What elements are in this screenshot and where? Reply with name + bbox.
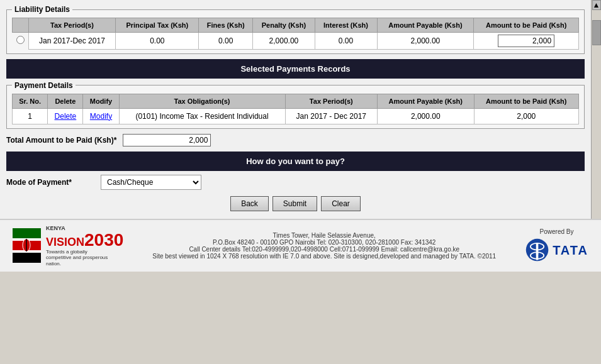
- mode-of-payment-select[interactable]: Cash/Cheque Bank Transfer Online Payment: [101, 175, 201, 190]
- footer: KENYA VISION 2030 Towards a globally com…: [0, 219, 601, 272]
- liability-details-legend: Liability Details: [12, 5, 72, 14]
- cell-fines: 0.00: [199, 33, 253, 50]
- cell-delete[interactable]: Delete: [48, 108, 83, 124]
- address-line1: Times Tower, Haile Selassie Avenue,: [136, 232, 512, 239]
- table-row: Jan 2017-Dec 2017 0.00 0.00 2,000.00 0.0…: [13, 33, 579, 50]
- total-label: Total Amount to be Paid (Ksh)*: [6, 136, 116, 145]
- col-modify: Modify: [83, 94, 119, 108]
- col-tax-period-pd: Tax Period(s): [285, 94, 378, 108]
- cell-tax-obligation: (0101) Income Tax - Resident Individual: [119, 108, 285, 124]
- clear-button[interactable]: Clear: [321, 196, 361, 211]
- col-amount-payable-pd: Amount Payable (Ksh): [378, 94, 474, 108]
- amount-to-be-paid-input[interactable]: [498, 35, 554, 47]
- col-fines: Fines (Ksh): [199, 18, 253, 33]
- vision-label: VISION: [46, 236, 84, 248]
- cell-sr-no: 1: [13, 108, 48, 124]
- powered-by-label: Powered By: [540, 228, 574, 235]
- site-note: Site best viewed in 1024 X 768 resolutio…: [136, 253, 512, 260]
- back-button[interactable]: Back: [230, 196, 269, 211]
- col-sr-no: Sr. No.: [13, 94, 48, 108]
- mode-label: Mode of Payment*: [6, 178, 94, 187]
- kenya-vision-logo: KENYA VISION 2030 Towards a globally com…: [46, 225, 123, 267]
- kenya-flag-icon: [13, 228, 41, 263]
- submit-button[interactable]: Submit: [272, 196, 317, 211]
- cell-principal-tax: 0.00: [116, 33, 199, 50]
- col-amount-payable: Amount Payable (Ksh): [377, 18, 474, 33]
- col-select: [13, 18, 29, 33]
- cell-tax-period: Jan 2017-Dec 2017: [28, 33, 116, 50]
- vertical-scrollbar[interactable]: ▲: [591, 0, 601, 219]
- col-interest: Interest (Ksh): [315, 18, 377, 33]
- liability-details-table: Tax Period(s) Principal Tax (Ksh) Fines …: [12, 18, 579, 50]
- col-tax-obligation: Tax Obligation(s): [119, 94, 285, 108]
- address-line2: P.O.Box 48240 - 00100 GPO Nairobi Tel: 0…: [136, 239, 512, 246]
- row-select-cell: [13, 33, 29, 50]
- scroll-up-arrow[interactable]: ▲: [592, 0, 601, 10]
- liability-details-section: Liability Details Tax Period(s) Principa…: [6, 5, 585, 54]
- action-buttons: Back Submit Clear: [0, 196, 591, 211]
- cell-amount-paid-pd: 2,000: [474, 108, 578, 124]
- tata-logo-icon: [525, 238, 550, 263]
- tata-logo: TATA: [525, 238, 588, 263]
- footer-center: Times Tower, Haile Selassie Avenue, P.O.…: [123, 232, 525, 260]
- mode-of-payment-row: Mode of Payment* Cash/Cheque Bank Transf…: [6, 175, 585, 190]
- cell-tax-period-pd: Jan 2017 - Dec 2017: [285, 108, 378, 124]
- svg-rect-0: [13, 228, 41, 240]
- call-center: Call Center details Tel:020-4999999,020-…: [136, 246, 512, 253]
- cell-interest: 0.00: [315, 33, 377, 50]
- cell-amount-payable: 2,000.00: [377, 33, 474, 50]
- payment-table-row: 1 Delete Modify (0101) Income Tax - Resi…: [13, 108, 579, 124]
- col-principal-tax: Principal Tax (Ksh): [116, 18, 199, 33]
- col-amount-paid: Amount to be Paid (Ksh): [474, 18, 579, 33]
- selected-payments-header: Selected Payments Records: [6, 59, 585, 79]
- cell-amount-to-be-paid: [474, 33, 579, 50]
- col-penalty: Penalty (Ksh): [253, 18, 315, 33]
- footer-right: Powered By TATA: [525, 228, 588, 263]
- col-delete: Delete: [48, 94, 83, 108]
- row-radio[interactable]: [16, 36, 25, 44]
- cell-penalty: 2,000.00: [253, 33, 315, 50]
- payment-details-legend: Payment Details: [12, 81, 76, 90]
- svg-rect-11: [536, 253, 539, 260]
- scroll-thumb[interactable]: [592, 20, 601, 45]
- col-tax-period: Tax Period(s): [28, 18, 116, 33]
- total-amount-input[interactable]: [123, 134, 211, 146]
- cell-amount-payable-pd: 2,000.00: [378, 108, 474, 124]
- total-row: Total Amount to be Paid (Ksh)*: [6, 134, 585, 146]
- col-amount-paid-pd: Amount to be Paid (Ksh): [474, 94, 578, 108]
- svg-rect-2: [13, 251, 41, 263]
- year-label: 2030: [84, 231, 123, 249]
- footer-left: KENYA VISION 2030 Towards a globally com…: [13, 225, 123, 267]
- vision-sub: Towards a globally competitive and prosp…: [46, 249, 109, 267]
- cell-modify[interactable]: Modify: [83, 108, 119, 124]
- tata-label: TATA: [553, 243, 588, 258]
- kenya-label: KENYA: [46, 225, 65, 231]
- payment-details-section: Payment Details Sr. No. Delete Modify Ta…: [6, 81, 585, 129]
- payment-details-table: Sr. No. Delete Modify Tax Obligation(s) …: [12, 94, 579, 124]
- pay-method-header: How do you want to pay?: [6, 152, 585, 171]
